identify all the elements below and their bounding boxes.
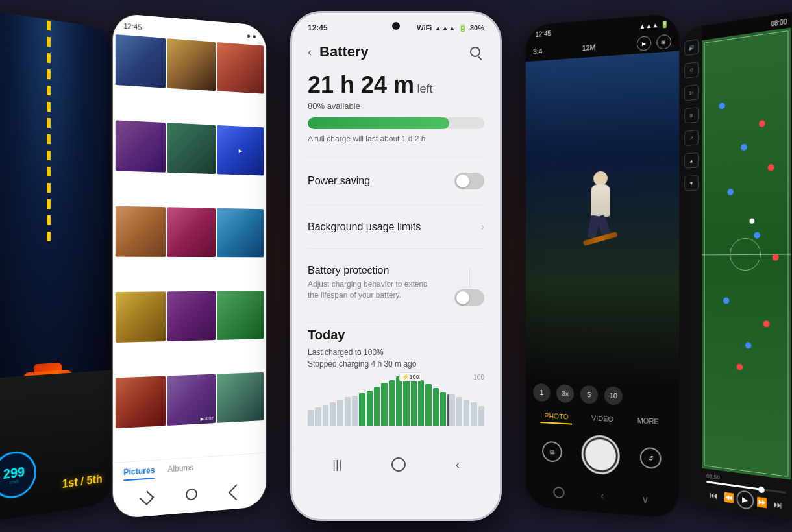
sports-icon-2[interactable]: ↺ xyxy=(684,62,698,79)
zoom-5x-button[interactable]: 5 xyxy=(580,385,598,404)
sports-time-bottom: 01:50 xyxy=(706,472,720,481)
gallery-thumb[interactable] xyxy=(217,42,264,94)
divider-3 xyxy=(308,248,484,249)
player-blue-1 xyxy=(719,102,724,109)
gallery-status-icons: ● ● xyxy=(247,32,256,40)
battery-today-section: Today Last charged to 100% Stopped charg… xyxy=(308,328,484,439)
battery-back-nav[interactable]: ‹ Battery xyxy=(308,43,369,60)
play-pause-button[interactable]: ▶ xyxy=(737,490,754,511)
power-saving-toggle[interactable] xyxy=(454,173,484,189)
background-usage-option[interactable]: Background usage limits › xyxy=(308,211,484,243)
battery-percent-status: 80% xyxy=(470,24,484,32)
pitch-markings xyxy=(702,27,791,479)
battery-time-suffix: left xyxy=(417,82,433,95)
battery-protection-description: Adjust charging behavior to extend the l… xyxy=(308,279,438,301)
skip-forward-button[interactable]: ⏭ xyxy=(770,496,786,514)
camera-nav-back[interactable]: ‹ xyxy=(600,490,604,502)
skip-back-button[interactable]: ⏮ xyxy=(707,487,721,504)
gallery-thumb[interactable] xyxy=(167,291,216,341)
chart-bar-green xyxy=(381,383,387,426)
today-title: Today xyxy=(308,328,484,343)
battery-protection-toggle[interactable] xyxy=(454,289,484,306)
shutter-button[interactable] xyxy=(582,434,620,476)
mode-photo-button[interactable]: PHOTO xyxy=(541,409,573,424)
gallery-thumb[interactable] xyxy=(116,34,166,88)
back-icon xyxy=(229,484,244,500)
camera-time: 12:45 xyxy=(536,30,551,38)
gallery-thumb[interactable] xyxy=(116,206,166,257)
chart-bar-green xyxy=(396,376,402,426)
sports-icon-1[interactable]: 🔊 xyxy=(684,39,698,56)
divider-4 xyxy=(308,322,484,322)
chart-bar xyxy=(308,410,314,426)
battery-fill xyxy=(308,117,449,129)
chart-bar-green xyxy=(418,380,424,426)
signal-icon: ▲▲▲ xyxy=(434,24,456,32)
sports-icon-down[interactable]: ▼ xyxy=(684,175,698,191)
chart-bar-green xyxy=(374,387,380,426)
camera-layers-icon[interactable]: ⊞ xyxy=(656,34,671,50)
rewind-button[interactable]: ⏪ xyxy=(721,489,736,506)
home-icon xyxy=(186,488,197,500)
navbar-home-button[interactable] xyxy=(184,486,199,503)
chart-100-label: ⚡100 xyxy=(399,372,421,381)
camera-gallery-icon[interactable]: ⊞ xyxy=(543,441,562,463)
gallery-thumb[interactable] xyxy=(116,291,166,343)
gallery-grid[interactable]: ▶ ▶ 4:07 xyxy=(113,32,267,463)
sports-time-display: 08:00 xyxy=(771,18,787,28)
zoom-3x-button[interactable]: 3x xyxy=(556,384,574,403)
navbar-recent-btn[interactable]: ||| xyxy=(332,458,341,472)
tab-albums[interactable]: Albums xyxy=(168,463,194,478)
camera-ratio[interactable]: 3:4 xyxy=(533,47,542,56)
stopped-charging-text: Stopped charging 4 h 30 m ago xyxy=(308,359,484,369)
back-arrow-icon[interactable]: ‹ xyxy=(308,45,312,59)
battery-protection-section[interactable]: Battery protection Adjust charging behav… xyxy=(308,254,484,317)
chart-bar xyxy=(345,397,351,426)
sports-icon-3[interactable]: ⊞ xyxy=(684,107,698,123)
battery-protection-header: Battery protection Adjust charging behav… xyxy=(308,265,484,306)
search-icon xyxy=(470,47,480,57)
toggle-knob xyxy=(456,175,469,187)
gallery-thumb[interactable] xyxy=(167,207,216,257)
gallery-thumb[interactable]: ▶ xyxy=(217,125,264,176)
navbar-back-btn[interactable]: ‹ xyxy=(456,458,460,472)
gallery-thumb[interactable] xyxy=(217,372,264,423)
battery-time-value: 21 h 24 m xyxy=(308,71,414,98)
battery-search-button[interactable] xyxy=(466,43,484,61)
fast-forward-button[interactable]: ⏩ xyxy=(754,493,769,511)
tab-pictures[interactable]: Pictures xyxy=(123,466,155,481)
navbar-back-button[interactable] xyxy=(228,483,243,499)
camera-mode-icon[interactable]: ▶ xyxy=(637,36,651,51)
gallery-thumb[interactable] xyxy=(217,208,264,258)
phone-battery: 12:45 WiFi ▲▲▲ 🔋 80% ‹ Battery xyxy=(292,13,500,519)
power-saving-option[interactable]: Power saving xyxy=(308,162,484,200)
camera-megapixel[interactable]: 12M xyxy=(582,43,596,53)
gallery-thumb[interactable] xyxy=(167,123,216,174)
chart-bar xyxy=(352,396,358,426)
navbar-recent-button[interactable] xyxy=(138,489,154,506)
gallery-thumb[interactable] xyxy=(116,376,166,428)
front-camera xyxy=(392,22,400,30)
zoom-1x-button[interactable]: 1 xyxy=(533,383,550,402)
phone-camera: 12:45 ▲▲▲ 🔋 3:4 12M ▶ ⊞ xyxy=(526,13,680,519)
timeline-handle[interactable] xyxy=(758,486,765,493)
status-icons: WiFi ▲▲▲ 🔋 80% xyxy=(417,24,484,32)
mode-video-button[interactable]: VIDEO xyxy=(588,411,617,427)
gallery-thumb[interactable] xyxy=(167,38,216,91)
road-surface xyxy=(0,370,111,523)
gallery-thumb[interactable] xyxy=(217,291,264,340)
zoom-10x-button[interactable]: 10 xyxy=(604,386,623,405)
gallery-thumb[interactable]: ▶ 4:07 xyxy=(167,374,216,426)
gallery-thumb[interactable] xyxy=(116,120,166,172)
mode-more-button[interactable]: MORE xyxy=(633,414,663,430)
shutter-inner xyxy=(585,439,615,472)
camera-flip-icon[interactable]: ↺ xyxy=(640,447,662,470)
sports-icon-4[interactable]: ↗ xyxy=(684,130,698,146)
wifi-icon: WiFi xyxy=(417,24,432,32)
sports-speed-label[interactable]: 1× xyxy=(684,84,698,101)
sports-icon-up[interactable]: ▲ xyxy=(684,152,698,169)
battery-protection-title: Battery protection xyxy=(308,265,438,276)
camera-nav-down[interactable]: ∨ xyxy=(641,493,649,506)
camera-nav-home[interactable] xyxy=(553,486,564,498)
navbar-home-btn[interactable] xyxy=(391,457,406,472)
